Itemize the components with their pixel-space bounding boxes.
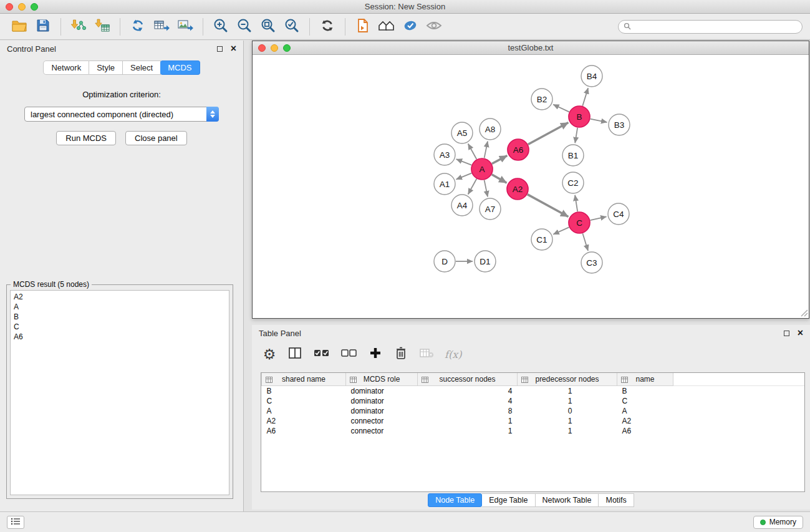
mcds-result-item[interactable]: B	[14, 312, 226, 322]
tab-node-table[interactable]: Node Table	[428, 493, 482, 507]
table-settings-button[interactable]: ⚙	[262, 346, 277, 362]
mcds-result-item[interactable]: A2	[14, 292, 226, 302]
float-panel-icon[interactable]	[217, 46, 223, 52]
column-header-mcds-role[interactable]: MCDS role	[346, 373, 418, 385]
network-edge[interactable]	[468, 179, 477, 195]
tab-motifs[interactable]: Motifs	[599, 493, 634, 507]
criterion-dropdown[interactable]: largest connected component (directed)	[24, 107, 219, 122]
tab-network[interactable]: Network	[43, 60, 89, 75]
minimize-network-window-button[interactable]	[271, 44, 278, 52]
close-table-panel-icon[interactable]: ×	[798, 328, 803, 338]
network-node[interactable]: B	[569, 106, 590, 127]
tab-network-table[interactable]: Network Table	[536, 493, 599, 507]
curved-arrows-button[interactable]	[126, 16, 150, 37]
deselect-all-button[interactable]	[340, 346, 357, 362]
save-session-button[interactable]	[31, 16, 55, 37]
document-arrow-button[interactable]	[351, 16, 375, 37]
open-session-button[interactable]	[7, 16, 31, 37]
graphics-details-button[interactable]	[398, 16, 422, 37]
network-edge[interactable]	[575, 128, 577, 143]
mcds-result-item[interactable]: C	[14, 322, 226, 332]
network-edge[interactable]	[553, 104, 569, 112]
network-edge[interactable]	[456, 159, 472, 165]
network-node[interactable]: A8	[480, 118, 501, 140]
network-edge[interactable]	[492, 155, 507, 163]
tab-mcds[interactable]: MCDS	[160, 60, 200, 75]
network-node[interactable]: A3	[434, 144, 455, 165]
network-edge[interactable]	[575, 195, 577, 211]
table-row[interactable]: Adominator80A	[262, 406, 805, 416]
network-node[interactable]: A7	[480, 198, 501, 220]
network-node[interactable]: B4	[581, 65, 602, 87]
close-window-button[interactable]	[6, 3, 13, 11]
search-box[interactable]	[618, 20, 803, 34]
network-node[interactable]: C4	[608, 203, 629, 225]
import-network-button[interactable]	[67, 16, 90, 37]
network-node[interactable]: A2	[507, 178, 528, 200]
network-node[interactable]: A4	[451, 195, 473, 216]
show-columns-button[interactable]	[287, 346, 302, 362]
network-node[interactable]: B3	[609, 114, 630, 135]
network-edge[interactable]	[591, 119, 607, 122]
mcds-result-list[interactable]: A2ABCA6	[10, 290, 229, 495]
network-edge[interactable]	[582, 88, 588, 106]
task-history-button[interactable]	[7, 516, 24, 529]
network-edge[interactable]	[553, 227, 569, 234]
network-node[interactable]: D	[434, 251, 455, 272]
home-view-button[interactable]	[375, 16, 398, 37]
network-node[interactable]: A1	[434, 173, 455, 195]
zoom-window-button[interactable]	[31, 3, 38, 11]
refresh-button[interactable]	[316, 16, 339, 37]
network-edge[interactable]	[492, 175, 507, 183]
network-graph[interactable]: B4B2B3A5A8B1A3C2A1A4A7C4C1C3DD1BA6AA2C	[253, 55, 809, 317]
network-edge[interactable]	[582, 233, 588, 251]
zoom-fit-button[interactable]	[256, 16, 280, 37]
mcds-result-item[interactable]: A	[14, 302, 226, 312]
float-table-panel-icon[interactable]	[784, 331, 789, 336]
network-canvas[interactable]: B4B2B3A5A8B1A3C2A1A4A7C4C1C3DD1BA6AA2C	[253, 55, 809, 317]
network-node[interactable]: C2	[562, 172, 584, 193]
network-node[interactable]: A5	[451, 122, 473, 143]
search-input[interactable]	[634, 22, 797, 31]
network-edge[interactable]	[528, 195, 569, 217]
zoom-network-window-button[interactable]	[283, 44, 291, 52]
show-hide-button[interactable]	[422, 16, 446, 37]
table-row[interactable]: A6connector11A6	[262, 426, 805, 436]
close-panel-icon[interactable]: ×	[231, 44, 236, 54]
tab-edge-table[interactable]: Edge Table	[482, 493, 535, 507]
network-node[interactable]: A6	[508, 139, 529, 160]
minimize-window-button[interactable]	[18, 3, 26, 11]
column-header-successor-nodes[interactable]: successor nodes	[418, 373, 518, 385]
network-node[interactable]: C	[569, 212, 590, 233]
close-network-window-button[interactable]	[258, 44, 266, 52]
network-edge[interactable]	[468, 144, 477, 160]
network-node[interactable]: D1	[475, 251, 496, 272]
table-row[interactable]: Cdominator41C	[262, 396, 805, 406]
network-node[interactable]: A	[471, 158, 493, 180]
memory-button[interactable]: Memory	[753, 516, 803, 529]
run-mcds-button[interactable]: Run MCDS	[56, 131, 116, 145]
tab-select[interactable]: Select	[123, 60, 161, 75]
table-row[interactable]: Bdominator41B	[262, 385, 805, 396]
network-node[interactable]: B2	[531, 89, 552, 110]
node-table[interactable]: shared name MCDS role successor nodes pr…	[261, 372, 805, 492]
network-edge[interactable]	[485, 142, 488, 158]
network-edge[interactable]	[591, 216, 607, 220]
export-table-button[interactable]	[150, 16, 173, 37]
network-node[interactable]: C1	[531, 229, 552, 250]
zoom-selected-button[interactable]	[280, 16, 304, 37]
add-column-button[interactable]	[368, 346, 383, 362]
network-node[interactable]: B1	[562, 145, 584, 166]
network-edge[interactable]	[456, 173, 472, 180]
column-header-predecessor-nodes[interactable]: predecessor nodes	[518, 373, 617, 385]
zoom-out-button[interactable]	[233, 16, 256, 37]
close-panel-button[interactable]: Close panel	[125, 131, 187, 145]
export-image-button[interactable]	[173, 16, 197, 37]
resize-grip-icon[interactable]	[799, 308, 808, 317]
mcds-result-item[interactable]: A6	[14, 332, 226, 342]
tab-style[interactable]: Style	[89, 60, 123, 75]
column-header-name[interactable]: name	[617, 373, 673, 385]
network-edge[interactable]	[528, 123, 569, 145]
network-edge[interactable]	[485, 180, 488, 197]
zoom-in-button[interactable]	[209, 16, 233, 37]
